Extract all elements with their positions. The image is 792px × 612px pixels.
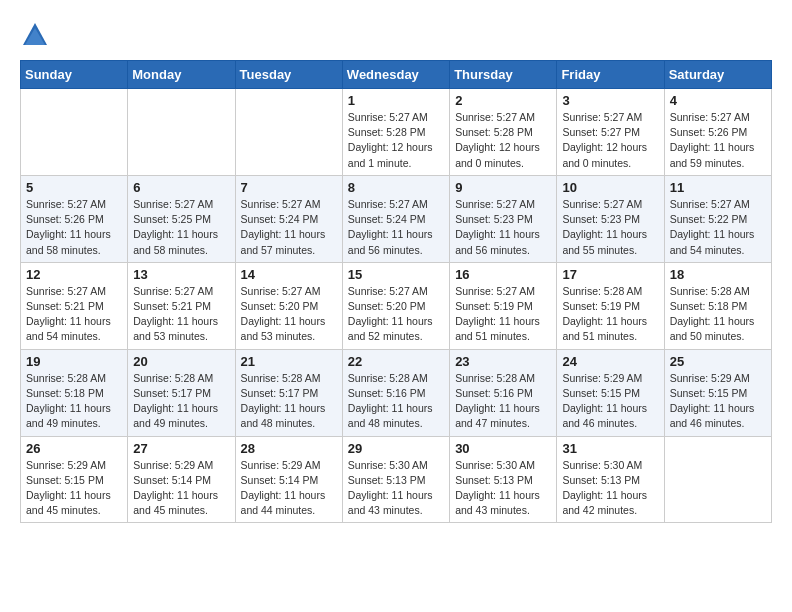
day-info: Sunrise: 5:27 AMSunset: 5:28 PMDaylight:…	[348, 110, 444, 171]
day-info: Sunrise: 5:28 AMSunset: 5:18 PMDaylight:…	[26, 371, 122, 432]
day-number: 30	[455, 441, 551, 456]
logo-icon	[20, 20, 50, 50]
calendar-cell: 5Sunrise: 5:27 AMSunset: 5:26 PMDaylight…	[21, 175, 128, 262]
day-info: Sunrise: 5:27 AMSunset: 5:27 PMDaylight:…	[562, 110, 658, 171]
day-info: Sunrise: 5:29 AMSunset: 5:14 PMDaylight:…	[133, 458, 229, 519]
calendar-cell: 8Sunrise: 5:27 AMSunset: 5:24 PMDaylight…	[342, 175, 449, 262]
day-number: 19	[26, 354, 122, 369]
day-number: 20	[133, 354, 229, 369]
calendar-cell: 7Sunrise: 5:27 AMSunset: 5:24 PMDaylight…	[235, 175, 342, 262]
day-info: Sunrise: 5:29 AMSunset: 5:15 PMDaylight:…	[26, 458, 122, 519]
calendar-cell: 15Sunrise: 5:27 AMSunset: 5:20 PMDayligh…	[342, 262, 449, 349]
day-number: 28	[241, 441, 337, 456]
day-number: 2	[455, 93, 551, 108]
calendar-cell: 24Sunrise: 5:29 AMSunset: 5:15 PMDayligh…	[557, 349, 664, 436]
day-info: Sunrise: 5:27 AMSunset: 5:24 PMDaylight:…	[241, 197, 337, 258]
calendar-cell	[21, 89, 128, 176]
calendar-cell: 25Sunrise: 5:29 AMSunset: 5:15 PMDayligh…	[664, 349, 771, 436]
calendar-cell: 30Sunrise: 5:30 AMSunset: 5:13 PMDayligh…	[450, 436, 557, 523]
weekday-header-friday: Friday	[557, 61, 664, 89]
calendar-cell: 10Sunrise: 5:27 AMSunset: 5:23 PMDayligh…	[557, 175, 664, 262]
calendar-cell: 18Sunrise: 5:28 AMSunset: 5:18 PMDayligh…	[664, 262, 771, 349]
day-info: Sunrise: 5:27 AMSunset: 5:24 PMDaylight:…	[348, 197, 444, 258]
day-info: Sunrise: 5:30 AMSunset: 5:13 PMDaylight:…	[455, 458, 551, 519]
day-number: 14	[241, 267, 337, 282]
calendar-cell: 4Sunrise: 5:27 AMSunset: 5:26 PMDaylight…	[664, 89, 771, 176]
calendar-week-row: 5Sunrise: 5:27 AMSunset: 5:26 PMDaylight…	[21, 175, 772, 262]
calendar-cell: 17Sunrise: 5:28 AMSunset: 5:19 PMDayligh…	[557, 262, 664, 349]
calendar-cell: 21Sunrise: 5:28 AMSunset: 5:17 PMDayligh…	[235, 349, 342, 436]
day-number: 13	[133, 267, 229, 282]
day-number: 17	[562, 267, 658, 282]
calendar-cell: 13Sunrise: 5:27 AMSunset: 5:21 PMDayligh…	[128, 262, 235, 349]
weekday-header-tuesday: Tuesday	[235, 61, 342, 89]
calendar-cell: 9Sunrise: 5:27 AMSunset: 5:23 PMDaylight…	[450, 175, 557, 262]
calendar-cell: 27Sunrise: 5:29 AMSunset: 5:14 PMDayligh…	[128, 436, 235, 523]
calendar-header-row: SundayMondayTuesdayWednesdayThursdayFrid…	[21, 61, 772, 89]
day-number: 26	[26, 441, 122, 456]
calendar-week-row: 1Sunrise: 5:27 AMSunset: 5:28 PMDaylight…	[21, 89, 772, 176]
day-info: Sunrise: 5:28 AMSunset: 5:17 PMDaylight:…	[133, 371, 229, 432]
day-info: Sunrise: 5:27 AMSunset: 5:23 PMDaylight:…	[562, 197, 658, 258]
weekday-header-sunday: Sunday	[21, 61, 128, 89]
calendar-cell: 20Sunrise: 5:28 AMSunset: 5:17 PMDayligh…	[128, 349, 235, 436]
day-number: 11	[670, 180, 766, 195]
day-info: Sunrise: 5:27 AMSunset: 5:21 PMDaylight:…	[133, 284, 229, 345]
weekday-header-monday: Monday	[128, 61, 235, 89]
day-number: 24	[562, 354, 658, 369]
calendar-week-row: 12Sunrise: 5:27 AMSunset: 5:21 PMDayligh…	[21, 262, 772, 349]
day-info: Sunrise: 5:29 AMSunset: 5:15 PMDaylight:…	[562, 371, 658, 432]
weekday-header-thursday: Thursday	[450, 61, 557, 89]
day-info: Sunrise: 5:29 AMSunset: 5:14 PMDaylight:…	[241, 458, 337, 519]
day-number: 12	[26, 267, 122, 282]
day-number: 22	[348, 354, 444, 369]
calendar-week-row: 26Sunrise: 5:29 AMSunset: 5:15 PMDayligh…	[21, 436, 772, 523]
calendar-cell	[128, 89, 235, 176]
day-number: 16	[455, 267, 551, 282]
day-info: Sunrise: 5:28 AMSunset: 5:16 PMDaylight:…	[348, 371, 444, 432]
day-number: 6	[133, 180, 229, 195]
day-number: 1	[348, 93, 444, 108]
day-info: Sunrise: 5:27 AMSunset: 5:26 PMDaylight:…	[670, 110, 766, 171]
calendar-week-row: 19Sunrise: 5:28 AMSunset: 5:18 PMDayligh…	[21, 349, 772, 436]
day-info: Sunrise: 5:27 AMSunset: 5:23 PMDaylight:…	[455, 197, 551, 258]
day-info: Sunrise: 5:27 AMSunset: 5:20 PMDaylight:…	[348, 284, 444, 345]
calendar-cell: 31Sunrise: 5:30 AMSunset: 5:13 PMDayligh…	[557, 436, 664, 523]
calendar-cell: 29Sunrise: 5:30 AMSunset: 5:13 PMDayligh…	[342, 436, 449, 523]
calendar-table: SundayMondayTuesdayWednesdayThursdayFrid…	[20, 60, 772, 523]
logo	[20, 20, 54, 50]
calendar-cell: 14Sunrise: 5:27 AMSunset: 5:20 PMDayligh…	[235, 262, 342, 349]
day-number: 31	[562, 441, 658, 456]
day-info: Sunrise: 5:28 AMSunset: 5:16 PMDaylight:…	[455, 371, 551, 432]
calendar-cell: 23Sunrise: 5:28 AMSunset: 5:16 PMDayligh…	[450, 349, 557, 436]
day-number: 7	[241, 180, 337, 195]
day-info: Sunrise: 5:27 AMSunset: 5:19 PMDaylight:…	[455, 284, 551, 345]
calendar-cell: 19Sunrise: 5:28 AMSunset: 5:18 PMDayligh…	[21, 349, 128, 436]
calendar-cell: 16Sunrise: 5:27 AMSunset: 5:19 PMDayligh…	[450, 262, 557, 349]
day-info: Sunrise: 5:27 AMSunset: 5:28 PMDaylight:…	[455, 110, 551, 171]
calendar-cell: 28Sunrise: 5:29 AMSunset: 5:14 PMDayligh…	[235, 436, 342, 523]
day-info: Sunrise: 5:29 AMSunset: 5:15 PMDaylight:…	[670, 371, 766, 432]
calendar-cell: 1Sunrise: 5:27 AMSunset: 5:28 PMDaylight…	[342, 89, 449, 176]
day-info: Sunrise: 5:30 AMSunset: 5:13 PMDaylight:…	[562, 458, 658, 519]
day-info: Sunrise: 5:27 AMSunset: 5:26 PMDaylight:…	[26, 197, 122, 258]
day-number: 8	[348, 180, 444, 195]
calendar-cell	[664, 436, 771, 523]
day-info: Sunrise: 5:27 AMSunset: 5:25 PMDaylight:…	[133, 197, 229, 258]
day-info: Sunrise: 5:27 AMSunset: 5:22 PMDaylight:…	[670, 197, 766, 258]
day-number: 15	[348, 267, 444, 282]
calendar-cell: 6Sunrise: 5:27 AMSunset: 5:25 PMDaylight…	[128, 175, 235, 262]
day-number: 5	[26, 180, 122, 195]
calendar-cell: 2Sunrise: 5:27 AMSunset: 5:28 PMDaylight…	[450, 89, 557, 176]
page-header	[20, 20, 772, 50]
day-number: 10	[562, 180, 658, 195]
day-number: 18	[670, 267, 766, 282]
day-info: Sunrise: 5:30 AMSunset: 5:13 PMDaylight:…	[348, 458, 444, 519]
day-info: Sunrise: 5:27 AMSunset: 5:21 PMDaylight:…	[26, 284, 122, 345]
calendar-cell: 3Sunrise: 5:27 AMSunset: 5:27 PMDaylight…	[557, 89, 664, 176]
day-number: 21	[241, 354, 337, 369]
day-number: 23	[455, 354, 551, 369]
day-info: Sunrise: 5:27 AMSunset: 5:20 PMDaylight:…	[241, 284, 337, 345]
calendar-cell: 26Sunrise: 5:29 AMSunset: 5:15 PMDayligh…	[21, 436, 128, 523]
day-number: 27	[133, 441, 229, 456]
